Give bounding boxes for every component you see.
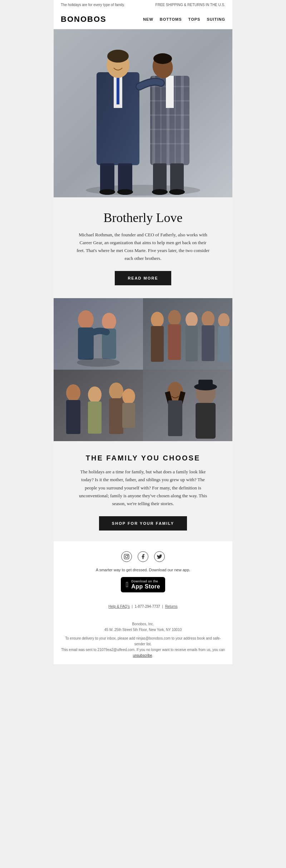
- company-name: Bonobos, Inc.: [61, 621, 225, 627]
- read-more-button[interactable]: READ MORE: [115, 271, 171, 285]
- instagram-icon[interactable]: [121, 551, 132, 562]
- svg-point-47: [66, 384, 80, 401]
- photo-grid: [54, 298, 232, 441]
- grid-photo-2: [143, 298, 232, 370]
- svg-rect-57: [168, 400, 182, 436]
- svg-rect-39: [168, 324, 181, 360]
- svg-rect-7: [100, 163, 114, 192]
- footer-address: Bonobos, Inc. 45 W. 25th Street 5th Floo…: [54, 620, 232, 664]
- banner-right: FREE SHIPPING & RETURNS IN THE U.S.: [156, 3, 225, 7]
- help-faq-link[interactable]: Help & FAQ's: [108, 605, 130, 608]
- navigation: NEW BOTTOMS TOPS SUITING: [143, 17, 225, 21]
- twitter-icon[interactable]: [154, 551, 165, 562]
- svg-point-27: [152, 189, 168, 195]
- family-body: The holidays are a time for family, but …: [75, 468, 211, 507]
- svg-rect-45: [218, 326, 230, 362]
- shop-button[interactable]: SHOP FOR YOUR FAMILY: [99, 516, 187, 531]
- svg-rect-22: [166, 76, 174, 108]
- svg-point-42: [202, 311, 214, 327]
- grid-photo-3: [54, 370, 143, 441]
- svg-point-28: [169, 189, 185, 195]
- grid-photo-1: [54, 298, 143, 370]
- svg-rect-37: [151, 326, 164, 362]
- content-body: Michael Rothman, the founder and CEO of …: [75, 231, 211, 262]
- svg-point-24: [153, 53, 172, 64]
- svg-rect-62: [124, 554, 129, 559]
- top-banner: The holidays are for every type of famil…: [54, 0, 232, 10]
- svg-rect-59: [196, 403, 216, 439]
- header: BONOBOS NEW BOTTOMS TOPS SUITING: [54, 10, 232, 29]
- banner-left: The holidays are for every type of famil…: [61, 3, 125, 7]
- svg-point-53: [122, 389, 135, 404]
- grid-photo-4: [143, 370, 232, 441]
- email-note: This email was sent to 21079ea2@ulfeed.c…: [61, 647, 225, 659]
- social-section: A smarter way to get dressed. Download o…: [54, 541, 232, 620]
- svg-rect-54: [122, 403, 135, 428]
- company-address: 45 W. 25th Street 5th Floor, New York, N…: [61, 627, 225, 633]
- svg-rect-41: [186, 326, 198, 361]
- nav-tops[interactable]: TOPS: [188, 17, 201, 21]
- svg-point-10: [117, 189, 133, 195]
- footer-links: Help & FAQ's | 1-877-294-7737 | Returns: [61, 605, 225, 608]
- hero-image: [54, 29, 232, 197]
- app-store-text: Download on the App Store: [131, 580, 160, 590]
- social-icons-group: [61, 551, 225, 562]
- family-heading: THE FAMILY YOU CHOOSE: [68, 454, 218, 462]
- svg-point-30: [78, 310, 94, 329]
- svg-point-34: [77, 358, 120, 367]
- app-store-button[interactable]:  Download on the App Store: [121, 577, 165, 592]
- svg-point-36: [151, 312, 164, 327]
- facebook-icon[interactable]: [138, 551, 148, 562]
- svg-point-6: [107, 50, 129, 63]
- svg-rect-50: [88, 401, 102, 434]
- nav-bottoms[interactable]: BOTTOMS: [160, 17, 182, 21]
- svg-rect-25: [153, 163, 167, 192]
- svg-point-51: [109, 383, 123, 400]
- svg-rect-48: [66, 400, 80, 434]
- unsubscribe-link[interactable]: unsubscribe: [133, 654, 152, 657]
- app-promo-text: A smarter way to get dressed. Download o…: [61, 568, 225, 572]
- svg-point-49: [88, 386, 102, 403]
- svg-rect-26: [170, 163, 184, 192]
- svg-point-9: [99, 189, 115, 195]
- app-store-label: App Store: [131, 583, 160, 590]
- svg-rect-55: [143, 370, 232, 441]
- nav-new[interactable]: NEW: [143, 17, 153, 21]
- returns-link[interactable]: Returns: [165, 605, 178, 608]
- svg-rect-52: [109, 398, 123, 434]
- nav-suiting[interactable]: SUITING: [207, 17, 225, 21]
- svg-point-32: [102, 313, 116, 330]
- svg-rect-61: [198, 380, 213, 389]
- svg-rect-4: [117, 76, 119, 104]
- svg-rect-8: [118, 163, 132, 192]
- download-on-label: Download on the: [131, 580, 158, 583]
- logo[interactable]: BONOBOS: [61, 15, 107, 24]
- footer-links-row: Help & FAQ's | 1-877-294-7737 | Returns: [61, 605, 225, 608]
- svg-point-44: [218, 313, 230, 327]
- svg-point-64: [128, 555, 128, 556]
- svg-point-38: [168, 310, 181, 326]
- svg-point-40: [186, 312, 198, 327]
- delivery-note: To ensure delivery to your inbox, please…: [61, 636, 225, 647]
- svg-rect-43: [202, 325, 214, 361]
- apple-icon: : [126, 581, 128, 588]
- content-heading: Brotherly Love: [68, 210, 218, 225]
- family-section: THE FAMILY YOU CHOOSE The holidays are a…: [54, 441, 232, 541]
- svg-point-63: [125, 556, 128, 558]
- svg-rect-0: [54, 29, 232, 197]
- content-section: Brotherly Love Michael Rothman, the foun…: [54, 197, 232, 298]
